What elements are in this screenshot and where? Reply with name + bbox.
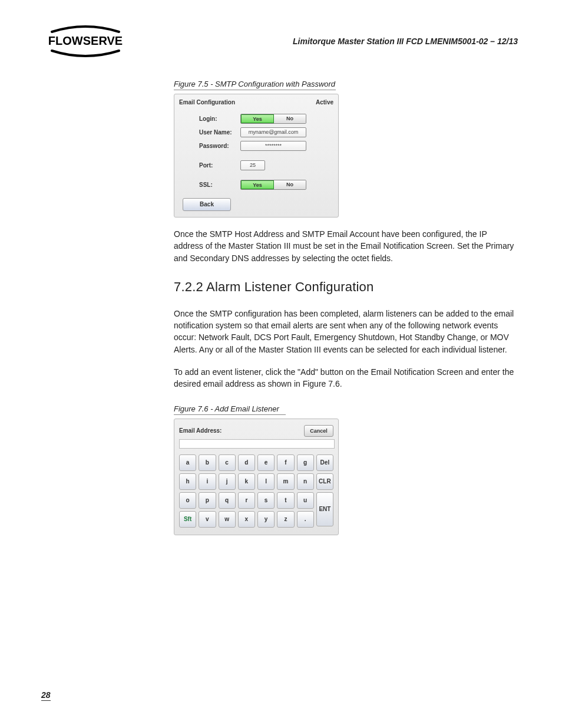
key-w[interactable]: w xyxy=(219,511,236,528)
key-o[interactable]: o xyxy=(179,492,196,509)
add-email-listener-panel: Email Address: Cancel a b c d e f g Del … xyxy=(174,419,339,535)
ssl-label: SSL: xyxy=(199,182,240,188)
password-field[interactable]: ******** xyxy=(240,141,306,151)
port-field[interactable]: 25 xyxy=(240,160,265,170)
email-address-input[interactable] xyxy=(179,439,335,449)
key-e[interactable]: e xyxy=(257,454,275,471)
figure-7-6-caption: Figure 7.6 - Add Email Listener xyxy=(174,404,286,415)
page-number: 28 xyxy=(41,690,51,701)
figure-7-5-caption: Figure 7.5 - SMTP Configuration with Pas… xyxy=(174,80,336,90)
cancel-button[interactable]: Cancel xyxy=(304,425,333,437)
key-v[interactable]: v xyxy=(199,511,216,528)
key-y[interactable]: y xyxy=(257,511,275,528)
key-a[interactable]: a xyxy=(179,454,196,471)
key-r[interactable]: r xyxy=(238,492,255,509)
key-z[interactable]: z xyxy=(277,511,294,528)
key-b[interactable]: b xyxy=(199,454,216,471)
key-h[interactable]: h xyxy=(179,473,196,490)
panel-status: Active xyxy=(316,99,333,106)
key-c[interactable]: c xyxy=(219,454,236,471)
key-q[interactable]: q xyxy=(219,492,236,509)
password-label: Password: xyxy=(199,143,240,149)
ssl-toggle[interactable]: Yes No xyxy=(240,180,306,190)
key-f[interactable]: f xyxy=(277,454,294,471)
paragraph-2: Once the SMTP configuration has been com… xyxy=(174,308,515,355)
ssl-yes[interactable]: Yes xyxy=(241,180,274,189)
paragraph-3: To add an event listener, click the "Add… xyxy=(174,366,515,390)
username-label: User Name: xyxy=(199,129,240,136)
username-field[interactable]: myname@gmail.com xyxy=(240,127,306,137)
login-yes[interactable]: Yes xyxy=(241,114,274,123)
key-del[interactable]: Del xyxy=(316,454,333,471)
email-address-label: Email Address: xyxy=(179,427,222,434)
back-button[interactable]: Back xyxy=(183,198,231,211)
key-i[interactable]: i xyxy=(199,473,216,490)
key-k[interactable]: k xyxy=(238,473,255,490)
email-configuration-panel: Email Configuration Active Login: Yes No… xyxy=(174,94,339,218)
key-l[interactable]: l xyxy=(257,473,275,490)
key-n[interactable]: n xyxy=(297,473,314,490)
key-g[interactable]: g xyxy=(297,454,314,471)
panel-title: Email Configuration xyxy=(179,99,235,106)
key-j[interactable]: j xyxy=(219,473,236,490)
key-t[interactable]: t xyxy=(277,492,294,509)
login-label: Login: xyxy=(199,116,240,122)
key-x[interactable]: x xyxy=(238,511,255,528)
svg-text:FLOWSERVE: FLOWSERVE xyxy=(48,34,123,47)
key-clr[interactable]: CLR xyxy=(316,473,333,490)
login-no[interactable]: No xyxy=(274,114,306,123)
key-m[interactable]: m xyxy=(277,473,294,490)
port-label: Port: xyxy=(199,162,240,169)
key-d[interactable]: d xyxy=(238,454,255,471)
login-toggle[interactable]: Yes No xyxy=(240,114,306,124)
key-p[interactable]: p xyxy=(199,492,216,509)
key-sft[interactable]: Sft xyxy=(179,511,196,528)
key-s[interactable]: s xyxy=(257,492,275,509)
paragraph-1: Once the SMTP Host Address and SMTP Emai… xyxy=(174,228,515,264)
flowserve-logo: FLOWSERVE xyxy=(41,25,130,60)
onscreen-keyboard: a b c d e f g Del h i j k l m n CLR o p xyxy=(179,454,333,528)
section-heading-7-2-2: 7.2.2 Alarm Listener Configuration xyxy=(174,279,515,295)
ssl-no[interactable]: No xyxy=(274,180,306,189)
document-header: Limitorque Master Station III FCD LMENIM… xyxy=(293,37,518,46)
key-u[interactable]: u xyxy=(297,492,314,509)
key-ent[interactable]: ENT xyxy=(316,492,333,526)
key-dot[interactable]: . xyxy=(297,511,314,528)
